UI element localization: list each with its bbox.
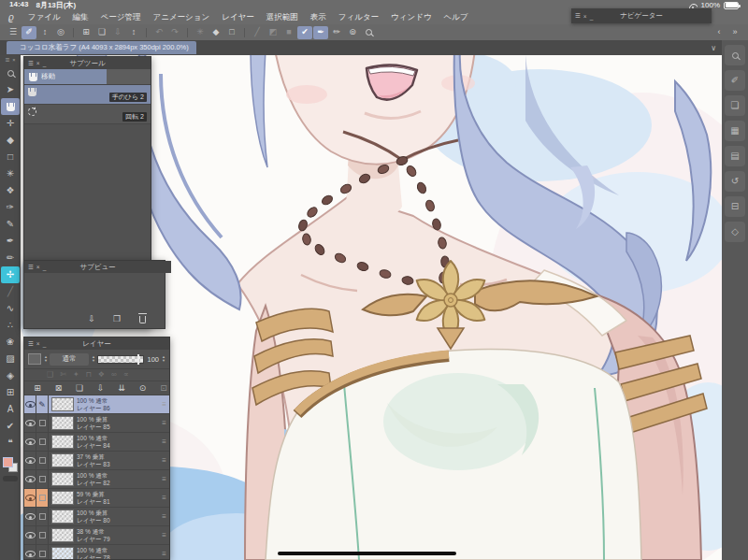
layer-row-81[interactable]: ✎ 59 % 乗算 レイヤー 81 ≡ xyxy=(24,489,169,508)
layer-select-cell[interactable]: ✎ xyxy=(36,414,49,432)
redo-icon[interactable]: ↷ xyxy=(167,26,182,39)
menu-icon[interactable]: ☰ xyxy=(575,12,581,20)
new-raster-layer-icon[interactable]: ⊞ xyxy=(30,381,45,395)
decoration-tool[interactable]: ❀ xyxy=(1,334,20,351)
material-button[interactable]: ⊟ xyxy=(725,196,745,217)
frame-icon[interactable]: ■ xyxy=(281,26,296,39)
collapse-icon[interactable]: ↕ xyxy=(37,26,52,39)
duplicate-icon[interactable]: ❐ xyxy=(109,313,124,326)
sub-view-button[interactable]: ❏ xyxy=(725,95,745,116)
layer-drag-handle[interactable]: ≡ xyxy=(159,452,169,469)
object-tool[interactable]: ✢ xyxy=(1,266,20,283)
eyedropper-tool[interactable]: ✑ xyxy=(1,199,20,216)
timeline-button[interactable]: ▤ xyxy=(725,146,745,166)
gradient-tool[interactable]: ▨ xyxy=(1,351,20,367)
layer-select-cell[interactable]: ✎ xyxy=(36,433,49,451)
undo-icon[interactable]: ↶ xyxy=(151,26,166,39)
layer-thumbnail[interactable] xyxy=(51,397,74,411)
menu-item[interactable]: 選択範囲 xyxy=(266,12,298,23)
blend-mode-select[interactable]: 通常 xyxy=(50,353,89,366)
lock-layer-icon[interactable]: ✦ xyxy=(73,371,79,379)
main-menu-icon[interactable]: ☰ xyxy=(6,26,21,39)
ruler-range-icon[interactable]: ∝ xyxy=(123,371,129,379)
layer-thumbnail[interactable] xyxy=(51,491,74,505)
pencil-tool[interactable]: ✏ xyxy=(1,250,20,266)
fill-tool[interactable]: ◈ xyxy=(1,367,20,384)
fill-icon[interactable]: ◆ xyxy=(209,26,223,39)
selection-tool[interactable]: □ xyxy=(1,149,20,165)
layer-row-83[interactable]: ✎ 37 % 乗算 レイヤー 83 ≡ xyxy=(24,452,169,470)
figure-tool[interactable]: ⊞ xyxy=(1,384,20,401)
airbrush-tool[interactable]: ∴ xyxy=(1,317,20,334)
hand-tool[interactable] xyxy=(1,98,20,115)
toolbar-button[interactable] xyxy=(187,28,188,37)
menu-item[interactable]: ファイル xyxy=(28,12,61,23)
edit-mode-icon[interactable]: ✐ xyxy=(22,26,36,39)
layer-select-cell[interactable]: ✎ xyxy=(36,545,49,560)
export-icon[interactable]: ⇩ xyxy=(110,26,125,39)
layer-row-84[interactable]: ✎ 100 % 通常 レイヤー 84 ≡ xyxy=(24,433,169,452)
snap-ruler-icon[interactable]: ✔ xyxy=(297,26,312,39)
stepper[interactable] xyxy=(92,355,95,363)
layer-thumbnail-setting[interactable] xyxy=(28,353,41,365)
zoom-tool[interactable] xyxy=(1,65,20,81)
close-icon[interactable]: × xyxy=(583,13,587,20)
toolbar-button[interactable] xyxy=(244,28,245,37)
open-file-icon[interactable]: ❏ xyxy=(94,26,109,39)
visibility-toggle[interactable] xyxy=(24,508,36,525)
clip-studio-icon[interactable]: ◎ xyxy=(53,26,68,39)
blend-tool[interactable]: ∿ xyxy=(1,300,20,317)
minimize-icon[interactable]: _ xyxy=(43,264,47,270)
visibility-toggle[interactable] xyxy=(24,470,36,488)
subtool-group-move[interactable]: 移動 xyxy=(24,69,107,84)
ruler-pen-icon[interactable]: ✏ xyxy=(329,26,344,39)
layer-drag-handle[interactable]: ≡ xyxy=(159,545,169,560)
new-canvas-icon[interactable]: ⊞ xyxy=(79,26,94,39)
stepper[interactable] xyxy=(162,355,165,363)
close-icon[interactable]: × xyxy=(12,57,15,63)
eraser-tool[interactable]: ◆ xyxy=(1,132,20,149)
tone-icon[interactable]: ◩ xyxy=(266,26,280,39)
menu-icon[interactable]: ☰ xyxy=(28,60,34,67)
close-icon[interactable]: × xyxy=(36,340,40,347)
merge-down-icon[interactable]: ⇊ xyxy=(114,381,129,395)
layer-panel-header[interactable]: ☰ × _ レイヤー xyxy=(24,337,169,350)
visibility-toggle[interactable] xyxy=(24,545,36,560)
document-tab[interactable]: コッコロ水着ラフ (A4 4093 x 2894px 350dpi 200.0%… xyxy=(7,41,196,54)
color-set-button[interactable]: ▦ xyxy=(725,121,745,141)
subview-panel-header[interactable]: ☰ × _ サブビュー xyxy=(24,261,171,273)
delete-icon[interactable] xyxy=(135,313,150,326)
layer-thumbnail[interactable] xyxy=(51,528,74,542)
color-dots-toggle[interactable] xyxy=(3,476,18,481)
main-color-swatch[interactable] xyxy=(3,457,13,467)
straight-line-icon[interactable]: ╱ xyxy=(250,26,265,39)
snap-special-icon[interactable]: ✒ xyxy=(313,26,328,39)
layer-select-cell[interactable]: ✎ xyxy=(36,508,49,525)
minimize-icon[interactable]: _ xyxy=(43,60,47,66)
layer-drag-handle[interactable]: ≡ xyxy=(159,508,169,525)
minimize-icon[interactable]: _ xyxy=(43,340,47,347)
visibility-toggle[interactable] xyxy=(24,526,36,544)
new-folder-icon[interactable]: ❏ xyxy=(72,381,87,395)
layer-select-cell[interactable]: ✎ xyxy=(36,526,49,544)
layer-row-86[interactable]: ✎ 100 % 通常 レイヤー 86 ≡ xyxy=(24,395,169,414)
visibility-toggle[interactable] xyxy=(24,489,36,507)
link-icon[interactable]: ∞ xyxy=(111,371,117,379)
auto-select-tool[interactable]: ✳ xyxy=(1,165,20,182)
move-tool[interactable]: ✛ xyxy=(1,115,20,132)
close-icon[interactable]: × xyxy=(36,264,40,270)
subtool-hand[interactable]: 手のひら 2 xyxy=(24,85,151,105)
layer-thumbnail[interactable] xyxy=(51,435,74,449)
3d-material-button[interactable]: ◇ xyxy=(725,222,745,242)
visibility-toggle[interactable] xyxy=(24,395,36,413)
layer-drag-handle[interactable]: ≡ xyxy=(159,433,169,451)
search-icon[interactable] xyxy=(361,26,376,39)
dock-collapse-icon[interactable]: ‹ xyxy=(712,26,726,39)
visibility-toggle[interactable] xyxy=(24,452,36,469)
menu-item[interactable]: 表示 xyxy=(310,12,326,23)
menu-item[interactable]: フィルター xyxy=(338,12,379,23)
correction-tool[interactable]: ❖ xyxy=(1,182,20,199)
menu-item[interactable]: レイヤー xyxy=(222,12,254,23)
layer-row-78[interactable]: ✎ 100 % 通常 レイヤー 78 ≡ xyxy=(24,545,169,560)
menu-icon[interactable]: ☰ xyxy=(28,264,34,271)
